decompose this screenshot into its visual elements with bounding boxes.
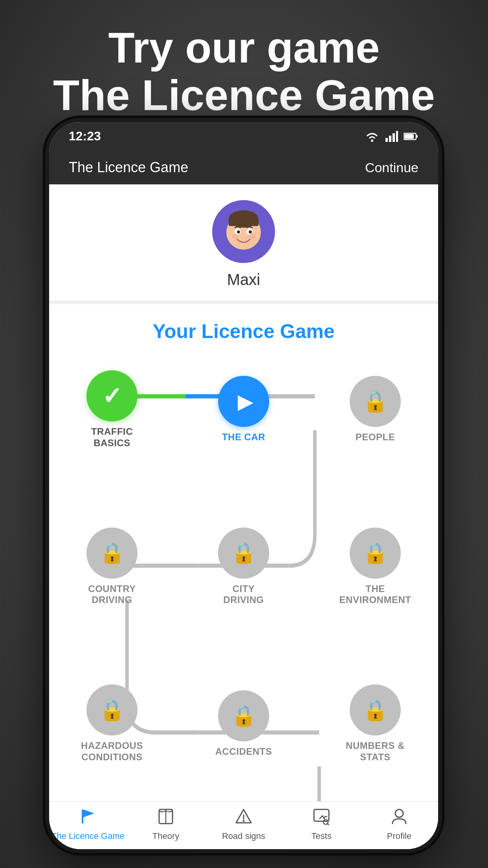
svg-point-41	[395, 809, 403, 817]
avatar	[212, 200, 275, 263]
node-row-1: ✓ TRAFFICBASICS ▶ THE CAR	[73, 370, 415, 449]
svg-rect-2	[389, 136, 391, 142]
status-bar: 12:23	[49, 122, 438, 151]
node-label-the-environment: THEENVIRONMENT	[339, 583, 411, 606]
svg-rect-1	[385, 138, 388, 142]
tab-licence-game-icon	[79, 808, 97, 828]
phone-frame: 12:23	[45, 118, 442, 853]
svg-point-15	[249, 230, 252, 234]
status-icons	[364, 131, 418, 142]
node-city-driving[interactable]: 🔒 CITYDRIVING	[204, 528, 283, 606]
status-time: 12:23	[69, 129, 101, 143]
game-title: Your Licence Game	[69, 320, 418, 343]
profile-section: Maxi	[49, 184, 438, 300]
node-country-driving[interactable]: 🔒 COUNTRYDRIVING	[73, 528, 151, 606]
svg-rect-3	[393, 133, 395, 142]
svg-point-14	[237, 230, 240, 234]
tab-tests-icon	[312, 808, 330, 828]
headline-line1: Try our game	[0, 24, 488, 71]
row-spacer-1	[73, 457, 415, 528]
signal-icon	[385, 131, 398, 142]
game-map: ✓ TRAFFICBASICS ▶ THE CAR	[69, 362, 418, 801]
svg-line-40	[327, 824, 329, 825]
scroll-content[interactable]: Maxi Your Licence Game	[49, 184, 438, 801]
tab-tests-label: Tests	[311, 831, 331, 841]
book-icon	[157, 808, 175, 825]
node-numbers-stats[interactable]: 🔒 NUMBERS &STATS	[336, 684, 415, 763]
avatar-svg	[216, 204, 271, 259]
tab-road-signs[interactable]: Road signs	[205, 808, 283, 841]
app-header: The Licence Game Continue	[49, 151, 438, 184]
node-row-3: 🔒 HAZARDOUSCONDITIONS 🔒 ACCIDENTS	[73, 684, 415, 763]
node-label-traffic-basics: TRAFFICBASICS	[91, 426, 133, 449]
app-header-title: The Licence Game	[69, 159, 188, 176]
node-label-city-driving: CITYDRIVING	[223, 583, 264, 606]
flag-icon	[79, 808, 97, 825]
node-circle-the-environment[interactable]: 🔒	[350, 528, 401, 579]
headline-line2: The Licence Game	[0, 71, 488, 119]
triangle-sign-icon	[235, 808, 253, 825]
svg-point-16	[232, 233, 238, 239]
node-circle-numbers-stats[interactable]: 🔒	[350, 684, 401, 736]
wifi-icon	[364, 131, 380, 142]
node-circle-the-car[interactable]: ▶	[218, 376, 269, 427]
phone-screen: 12:23	[49, 122, 438, 849]
node-traffic-basics[interactable]: ✓ TRAFFICBASICS	[73, 370, 151, 449]
svg-point-0	[371, 140, 373, 142]
svg-rect-7	[404, 134, 414, 139]
cursor-icon	[312, 808, 330, 825]
svg-marker-32	[83, 809, 94, 817]
tab-theory-icon	[157, 808, 175, 828]
svg-rect-4	[396, 131, 398, 142]
svg-rect-11	[229, 219, 259, 226]
tab-profile[interactable]: Profile	[360, 808, 438, 841]
battery-icon	[404, 132, 418, 141]
tab-profile-label: Profile	[387, 831, 411, 841]
svg-rect-6	[416, 135, 418, 138]
tab-licence-game-label: The Licence Game	[51, 831, 125, 841]
node-label-the-car: THE CAR	[222, 432, 265, 443]
node-circle-city-driving[interactable]: 🔒	[218, 528, 269, 579]
node-label-country-driving: COUNTRYDRIVING	[88, 583, 136, 606]
node-circle-traffic-basics[interactable]: ✓	[86, 370, 138, 421]
tab-road-signs-label: Road signs	[222, 831, 265, 841]
node-row-2: 🔒 COUNTRYDRIVING 🔒 CITYDRIVING	[73, 528, 415, 606]
node-circle-country-driving[interactable]: 🔒	[86, 528, 138, 579]
node-label-people: PEOPLE	[356, 432, 395, 443]
tab-road-signs-icon	[235, 808, 253, 828]
node-circle-hazardous[interactable]: 🔒	[86, 684, 138, 736]
tab-theory[interactable]: Theory	[127, 808, 205, 841]
node-people[interactable]: 🔒 PEOPLE	[336, 376, 415, 443]
tab-tests[interactable]: Tests	[283, 808, 360, 841]
tab-theory-label: Theory	[152, 831, 179, 841]
profile-name: Maxi	[227, 271, 260, 289]
svg-point-17	[249, 233, 255, 239]
node-hazardous[interactable]: 🔒 HAZARDOUSCONDITIONS	[73, 684, 151, 763]
node-circle-people[interactable]: 🔒	[350, 376, 401, 427]
svg-point-37	[243, 820, 245, 822]
node-circle-accidents[interactable]: 🔒	[218, 690, 269, 741]
node-label-hazardous: HAZARDOUSCONDITIONS	[81, 740, 143, 763]
svg-rect-31	[82, 809, 83, 824]
continue-button[interactable]: Continue	[365, 160, 418, 175]
node-accidents[interactable]: 🔒 ACCIDENTS	[204, 690, 283, 758]
headline-block: Try our game The Licence Game	[0, 24, 488, 119]
person-icon	[390, 808, 408, 825]
tab-licence-game[interactable]: The Licence Game	[49, 808, 127, 841]
node-the-car[interactable]: ▶ THE CAR	[204, 376, 283, 443]
row-spacer-3	[73, 771, 415, 801]
tab-profile-icon	[390, 808, 408, 828]
game-section: Your Licence Game	[49, 304, 438, 801]
node-label-accidents: ACCIDENTS	[215, 746, 272, 758]
tab-bar: The Licence Game Theory	[49, 801, 438, 849]
node-label-numbers-stats: NUMBERS &STATS	[346, 740, 405, 763]
row-spacer-2	[73, 614, 415, 684]
node-the-environment[interactable]: 🔒 THEENVIRONMENT	[336, 528, 415, 606]
